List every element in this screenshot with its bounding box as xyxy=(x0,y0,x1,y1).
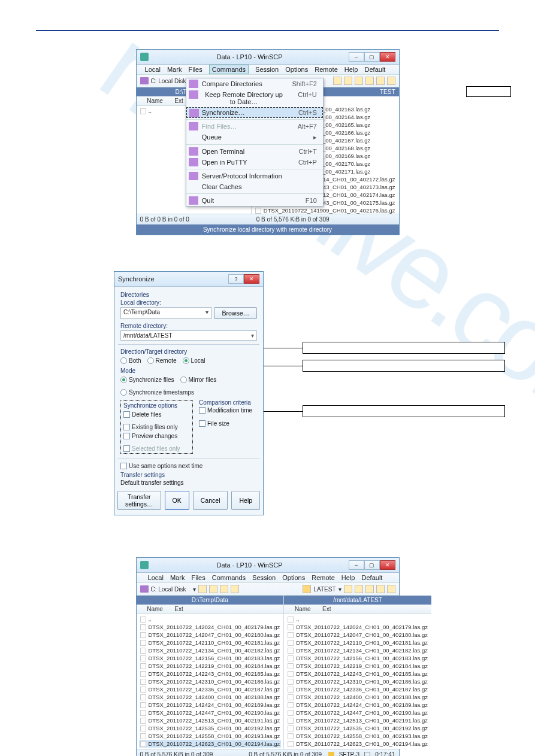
minimize-button[interactable]: – xyxy=(349,560,364,570)
chevron-down-icon[interactable]: ▾ xyxy=(251,332,254,339)
commands-dropdown[interactable]: Compare DirectoriesShift+F2Keep Remote D… xyxy=(186,78,324,207)
chk-delete-files[interactable]: Delete files xyxy=(123,411,161,418)
file-row[interactable]: DTSX_20110722_142047_CH01_00_402180.las.… xyxy=(139,631,282,639)
cancel-button[interactable]: Cancel xyxy=(193,491,228,510)
remote-file-list[interactable]: ..DTSX_20110722_142024_CH01_00_402179.la… xyxy=(284,614,431,749)
remote-folder-label[interactable]: LATEST xyxy=(313,586,335,593)
file-row[interactable]: DTSX_20110722_142336_CH01_00_402187.las.… xyxy=(139,685,282,693)
local-path[interactable]: D:\Temp\Data xyxy=(137,596,284,605)
dialog-close-button[interactable]: ✕ xyxy=(244,274,259,284)
browse-button[interactable]: Browse… xyxy=(214,307,257,319)
remote-path[interactable]: /mnt/data/LATEST xyxy=(284,596,431,605)
file-row[interactable]: DTSX_20110722_142156_CH01_00_402183.las.… xyxy=(286,654,429,662)
menu-files[interactable]: Files xyxy=(191,574,205,581)
file-row[interactable]: DTSX_20110722_142513_CH01_00_402191.las.… xyxy=(139,716,282,724)
ok-button[interactable]: OK xyxy=(165,491,189,510)
folder-open-icon[interactable] xyxy=(198,585,207,593)
chk-file-size[interactable]: File size xyxy=(199,420,257,427)
file-row[interactable]: DTSX_20110722_142243_CH01_00_402185.las.… xyxy=(139,670,282,678)
radio-sync-ts[interactable]: Synchronize timestamps xyxy=(120,389,194,396)
menu-item[interactable]: Open in PuTTYCtrl+P xyxy=(186,157,323,168)
folder-open-icon[interactable] xyxy=(344,77,352,85)
minimize-button[interactable]: – xyxy=(349,52,364,62)
file-row[interactable]: DTSX_20110722_142134_CH01_00_402182.las.… xyxy=(139,646,282,654)
refresh-icon[interactable] xyxy=(231,585,239,593)
menu-item[interactable]: Open TerminalCtrl+T xyxy=(186,146,323,157)
file-row[interactable]: DTSX_20110722_142336_CH01_00_402187.las.… xyxy=(286,685,429,693)
file-row[interactable]: DTSX_20110722_141909_CH01_00_402176.las.… xyxy=(254,207,397,214)
menu-session[interactable]: Session xyxy=(255,66,279,73)
file-row[interactable]: DTSX_20110722_142310_CH01_00_402186.las.… xyxy=(286,678,429,685)
menu-default[interactable]: Default xyxy=(365,66,386,73)
chk-existing-only[interactable]: Existing files only xyxy=(123,424,178,430)
radio-local[interactable]: Local xyxy=(183,357,205,364)
menu-default[interactable]: Default xyxy=(362,574,383,581)
menu-local[interactable]: Local xyxy=(148,574,164,581)
menu-item[interactable]: Server/Protocol Information xyxy=(186,171,323,181)
menu-remote[interactable]: Remote xyxy=(315,66,338,73)
maximize-button[interactable]: ▢ xyxy=(364,560,380,570)
menu-bar[interactable]: Local Mark Files Commands Session Option… xyxy=(137,65,399,75)
radio-both[interactable]: Both xyxy=(120,357,141,364)
menu-help[interactable]: Help xyxy=(344,66,358,73)
menu-mark[interactable]: Mark xyxy=(167,66,182,73)
col-name[interactable]: Name xyxy=(140,606,170,612)
home-icon[interactable] xyxy=(365,77,374,85)
menu-item[interactable]: Keep Remote Directory up to Date…Ctrl+U xyxy=(186,89,323,107)
file-row[interactable]: DTSX_20110722_142110_CH01_00_402181.las.… xyxy=(139,639,282,646)
menu-files[interactable]: Files xyxy=(188,66,202,73)
file-row[interactable]: DTSX_20110722_142310_CH01_00_402186.las.… xyxy=(139,678,282,685)
properties-icon[interactable] xyxy=(387,585,395,593)
menu-item[interactable]: QuitF10 xyxy=(186,195,323,206)
transfer-settings-button[interactable]: Transfer settings… xyxy=(117,491,161,510)
parent-dir[interactable]: .. xyxy=(139,615,282,623)
radio-remote[interactable]: Remote xyxy=(147,357,177,364)
file-row[interactable]: DTSX_20110722_142110_CH01_00_402181.las.… xyxy=(286,639,429,646)
col-ext[interactable]: Ext xyxy=(170,606,188,612)
dialog-help-button[interactable]: Help xyxy=(231,491,260,510)
titlebar[interactable]: Data - LP10 - WinSCP – ▢ ✕ xyxy=(137,50,399,65)
remote-dir-combo[interactable]: /mnt/data/LATEST ▾ xyxy=(120,330,257,341)
menu-session[interactable]: Session xyxy=(252,574,276,581)
menu-remote[interactable]: Remote xyxy=(312,574,335,581)
file-row[interactable]: DTSX_20110722_142400_CH01_00_402188.las.… xyxy=(139,693,282,701)
close-button[interactable]: ✕ xyxy=(380,52,395,62)
home-icon[interactable] xyxy=(220,585,228,593)
titlebar[interactable]: Data - LP10 - WinSCP – ▢ ✕ xyxy=(137,558,399,573)
file-row[interactable]: DTSX_20110722_142623_CH01_00_402194.las.… xyxy=(286,740,429,748)
menu-options[interactable]: Options xyxy=(282,574,305,581)
maximize-button[interactable]: ▢ xyxy=(364,52,380,62)
refresh-icon[interactable] xyxy=(376,77,385,85)
local-columns[interactable]: Name Ext xyxy=(137,605,284,614)
local-file-list[interactable]: ..DTSX_20110722_142024_CH01_00_402179.la… xyxy=(137,614,284,749)
folder-icon[interactable] xyxy=(355,585,363,593)
file-row[interactable]: DTSX_20110722_142156_CH01_00_402183.las.… xyxy=(139,654,282,662)
menu-options[interactable]: Options xyxy=(285,66,308,73)
file-row[interactable]: DTSX_20110722_142623_CH01_00_402194.las.… xyxy=(139,740,282,748)
chk-preview[interactable]: Preview changes xyxy=(123,433,177,439)
file-row[interactable]: DTSX_20110722_142535_CH01_00_402192.las.… xyxy=(139,724,282,732)
remote-columns[interactable]: Name Ext xyxy=(284,605,431,614)
file-row[interactable]: DTSX_20110722_142243_CH01_00_402185.las.… xyxy=(286,670,429,678)
file-row[interactable]: DTSX_20110722_142447_CH01_00_402190.las.… xyxy=(286,709,429,716)
drive-c-icon[interactable] xyxy=(140,77,149,84)
file-row[interactable]: DTSX_20110722_142047_CH01_00_402180.las.… xyxy=(286,631,429,639)
refresh-icon[interactable] xyxy=(376,585,385,593)
col-ext[interactable]: Ext xyxy=(318,606,335,612)
file-row[interactable]: DTSX_20110722_142400_CH01_00_402188.las.… xyxy=(286,693,429,701)
menu-item[interactable]: Clear Caches xyxy=(186,181,323,192)
chk-same-options[interactable]: Use same options next time xyxy=(120,463,257,469)
file-row[interactable]: DTSX_20110722_142447_CH01_00_402190.las.… xyxy=(139,709,282,716)
radio-sync-files[interactable]: Synchronize files xyxy=(120,377,174,383)
file-row[interactable]: DTSX_20110722_142558_CH01_00_402193.las.… xyxy=(139,732,282,740)
chevron-down-icon[interactable]: ▾ xyxy=(205,309,208,317)
file-row[interactable]: DTSX_20110722_142219_CH01_00_402184.las.… xyxy=(139,662,282,670)
help-button[interactable]: ? xyxy=(228,274,244,284)
file-row[interactable]: DTSX_20110722_142558_CH01_00_402193.las.… xyxy=(286,732,429,740)
menu-help[interactable]: Help xyxy=(341,574,355,581)
col-name[interactable]: Name xyxy=(288,606,318,612)
menu-mark[interactable]: Mark xyxy=(170,574,185,581)
file-row[interactable]: DTSX_20110722_142513_CH01_00_402191.las.… xyxy=(286,716,429,724)
parent-dir[interactable]: .. xyxy=(286,615,429,623)
menu-item[interactable]: Synchronize…Ctrl+S xyxy=(186,107,323,118)
